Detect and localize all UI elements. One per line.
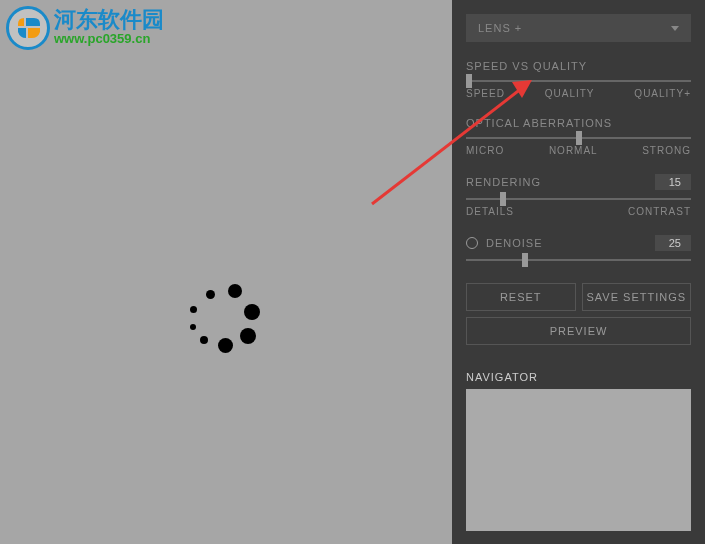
denoise-value[interactable]: 25 [655,235,691,251]
denoise-title: DENOISE [486,237,543,249]
loading-spinner [184,280,264,360]
preview-canvas [0,0,452,544]
opt-label-right: STRONG [642,145,691,156]
speed-quality-slider[interactable] [466,80,691,82]
lens-dropdown[interactable]: LENS + [466,14,691,42]
denoise-section: DENOISE 25 [466,235,691,261]
denoise-radio[interactable] [466,237,478,249]
lens-dropdown-label: LENS + [478,22,522,34]
sq-label-left: SPEED [466,88,505,99]
watermark-icon [6,6,50,50]
opt-label-left: MICRO [466,145,504,156]
opt-label-mid: NORMAL [549,145,598,156]
chevron-down-icon [671,26,679,31]
watermark-logo: 河东软件园 www.pc0359.cn [6,6,164,50]
optical-section: OPTICAL ABERRATIONS MICRO NORMAL STRONG [466,117,691,156]
preview-button[interactable]: PREVIEW [466,317,691,345]
rendering-section: RENDERING 15 DETAILS CONTRAST [466,174,691,217]
rendering-title: RENDERING [466,176,541,188]
render-label-left: DETAILS [466,206,514,217]
render-label-right: CONTRAST [628,206,691,217]
navigator-thumbnail[interactable] [466,389,691,531]
reset-button[interactable]: RESET [466,283,576,311]
rendering-slider[interactable] [466,198,691,200]
button-row-2: PREVIEW [466,317,691,345]
save-settings-button[interactable]: SAVE SETTINGS [582,283,692,311]
sq-label-mid: QUALITY [545,88,595,99]
watermark-url: www.pc0359.cn [54,31,164,47]
speed-quality-section: SPEED VS QUALITY SPEED QUALITY QUALITY+ [466,60,691,99]
denoise-slider[interactable] [466,259,691,261]
button-row-1: RESET SAVE SETTINGS [466,283,691,311]
navigator-section: NAVIGATOR [466,371,691,531]
optical-title: OPTICAL ABERRATIONS [466,117,691,129]
optical-slider[interactable] [466,137,691,139]
sq-label-right: QUALITY+ [634,88,691,99]
rendering-value[interactable]: 15 [655,174,691,190]
navigator-title: NAVIGATOR [466,371,691,383]
settings-panel: LENS + SPEED VS QUALITY SPEED QUALITY QU… [452,0,705,544]
speed-quality-title: SPEED VS QUALITY [466,60,691,72]
watermark-cn-text: 河东软件园 [54,9,164,31]
